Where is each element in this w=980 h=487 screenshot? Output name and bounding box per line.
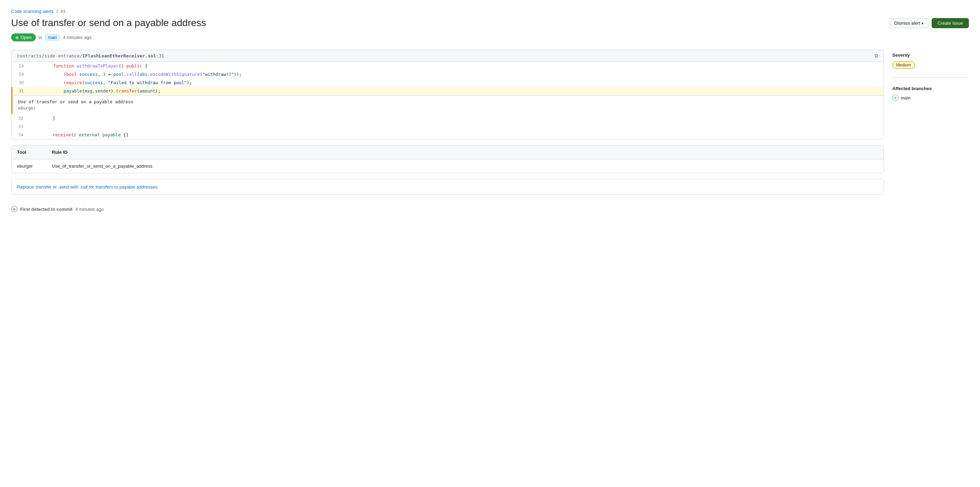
code-card: contracts/side-entrance/IFlashLoanEtherR…: [11, 50, 884, 140]
table-row: 31 payable(msg.sender).transfer(amount);: [12, 87, 883, 95]
table-row: 33: [11, 122, 884, 131]
breadcrumb-link[interactable]: Code scanning alerts: [11, 9, 54, 14]
tool-card-header: Tool Rule ID: [11, 145, 884, 159]
rule-id-column-header: Rule ID: [52, 149, 67, 155]
severity-label: Severity: [892, 52, 969, 58]
table-row: 28 function withdrawToPlayer() public {: [12, 62, 883, 70]
recommendation-link[interactable]: Replace .transfer or .send with .call fo…: [17, 184, 159, 190]
line-number: 34: [11, 131, 29, 139]
copy-icon[interactable]: ⧉: [875, 53, 878, 59]
table-row: 30 require(success, "Failed to withdraw …: [12, 79, 883, 87]
severity-badge: Medium: [892, 61, 915, 69]
line-number: 28: [12, 62, 30, 70]
recommendation-card: Replace .transfer or .send with .call fo…: [11, 179, 884, 195]
line-code: receive() external payable {}: [29, 131, 884, 139]
shield-icon-small: ⊕: [11, 206, 18, 212]
tool-card-body: eburger Use_of_transfer_or_send_on_a_pay…: [11, 159, 884, 173]
first-detected-time: 4 minutes ago: [75, 207, 104, 212]
line-code: require(success, "Failed to withdraw fro…: [30, 79, 883, 87]
alert-annotation: Use of transfer or send on a payable add…: [11, 95, 884, 114]
branch-item: ⊕ main: [892, 95, 969, 101]
branch-shield-icon: ⊕: [892, 95, 899, 101]
tool-card: Tool Rule ID eburger Use_of_transfer_or_…: [11, 145, 884, 173]
line-code: [29, 122, 884, 131]
content-right: Severity Medium Affected branches ⊕ main: [892, 50, 969, 117]
table-row: 29 (bool success, ) = pool.call(abi.enco…: [12, 70, 883, 79]
code-card-header: contracts/side-entrance/IFlashLoanEtherR…: [11, 50, 884, 62]
line-number: 31: [12, 87, 30, 95]
code-table-post: 32 } 33 34 receive() external payable {}: [11, 114, 884, 139]
line-code: }: [29, 114, 884, 122]
chevron-down-icon: [921, 21, 924, 26]
file-path: contracts/side-entrance/IFlashLoanEtherR…: [17, 53, 164, 59]
page-title: Use of transfer or send on a payable add…: [11, 17, 206, 29]
tool-column-header: Tool: [17, 149, 52, 155]
time-ago: 4 minutes ago: [63, 35, 92, 40]
affected-branches-section: Affected branches ⊕ main: [892, 86, 969, 109]
breadcrumb: Code scanning alerts / #1: [11, 8, 969, 14]
first-detected-label: First detected in commit: [20, 207, 72, 212]
line-number: 32: [11, 114, 29, 122]
table-row: 34 receive() external payable {}: [11, 131, 884, 139]
breadcrumb-issue-number: #1: [60, 9, 65, 14]
annotation-text: Use of transfer or send on a payable add…: [18, 99, 878, 104]
annotation-tool: eburger: [18, 106, 878, 111]
create-issue-button[interactable]: Create issue: [932, 18, 969, 28]
dismiss-alert-button[interactable]: Dismiss alert: [889, 18, 929, 28]
branch-name: main: [900, 95, 910, 100]
dismiss-label: Dismiss alert: [894, 21, 920, 26]
branch-tag: main: [45, 34, 60, 41]
rule-id-value: Use_of_transfer_or_send_on_a_payable_add…: [52, 163, 153, 169]
status-row: ⊕ Open in main 4 minutes ago: [11, 33, 969, 41]
file-name: IFlashLoanEtherReceiver.sol: [83, 53, 156, 59]
first-detected: ⊕ First detected in commit 4 minutes ago: [11, 203, 884, 212]
line-code: (bool success, ) = pool.call(abi.encodeW…: [30, 70, 883, 79]
open-status-badge: ⊕ Open: [11, 33, 36, 41]
table-row: 32 }: [11, 114, 884, 122]
affected-branches-label: Affected branches: [892, 86, 969, 91]
shield-icon: ⊕: [15, 35, 19, 40]
breadcrumb-separator: /: [56, 8, 58, 14]
tool-value: eburger: [17, 163, 52, 169]
line-code: payable(msg.sender).transfer(amount);: [30, 87, 883, 95]
code-table: 28 function withdrawToPlayer() public { …: [11, 62, 884, 95]
status-text: Open: [21, 35, 32, 40]
line-number: 33: [11, 122, 29, 131]
line-code: function withdrawToPlayer() public {: [30, 62, 883, 70]
header-actions: Dismiss alert Create issue: [889, 18, 969, 28]
severity-section: Severity Medium: [892, 52, 969, 78]
line-number: 29: [12, 70, 30, 79]
in-label: in: [39, 35, 42, 40]
main-content: contracts/side-entrance/IFlashLoanEtherR…: [11, 50, 969, 212]
line-number: 30: [12, 79, 30, 87]
content-left: contracts/side-entrance/IFlashLoanEtherR…: [11, 50, 884, 212]
